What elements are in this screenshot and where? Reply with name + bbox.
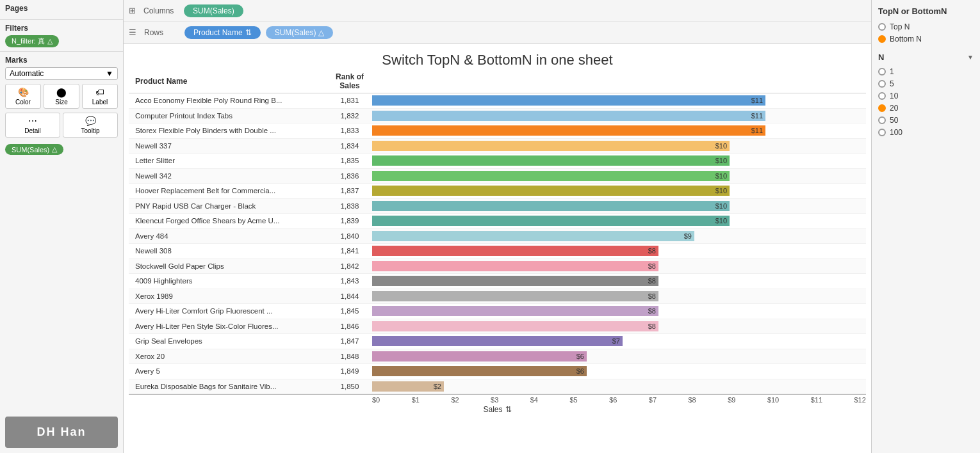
marks-buttons-row2: ⋯ Detail 💬 Tooltip	[5, 113, 118, 138]
column-headers: Product Name Rank of Sales	[129, 72, 866, 93]
x-tick: $8	[689, 396, 696, 404]
cell-rank: 1,839	[327, 217, 372, 225]
bar-value-label: $9	[684, 232, 692, 240]
rows-label: Rows	[144, 28, 179, 37]
filters-section: Filters N_filter: 真 △	[0, 20, 123, 52]
left-panel: Pages Filters N_filter: 真 △ Marks Automa…	[0, 0, 124, 453]
cell-rank: 1,849	[327, 367, 372, 375]
tooltip-button[interactable]: 💬 Tooltip	[63, 113, 118, 138]
cell-bar-area: $8	[372, 305, 866, 317]
cell-product: Avery Hi-Liter Pen Style Six-Color Fluor…	[129, 322, 327, 330]
n-option[interactable]: 20	[878, 104, 974, 113]
sum-delta: △	[52, 145, 57, 154]
bar-value-label: $10	[715, 142, 727, 150]
x-tick: $3	[491, 396, 498, 404]
cell-product: Newell 308	[129, 247, 327, 255]
radio-top-n[interactable]: Top N	[878, 22, 974, 31]
bar: $2	[372, 381, 444, 392]
n-option-label: 5	[890, 79, 894, 88]
bar-value-label: $2	[434, 383, 441, 390]
bar: $7	[372, 336, 623, 346]
rows-pill2[interactable]: SUM(Sales) △	[266, 26, 334, 39]
bar: $10	[372, 141, 730, 151]
cell-bar-area: $11	[372, 125, 866, 136]
filter-pill[interactable]: N_filter: 真 △	[5, 35, 59, 47]
n-option[interactable]: 1	[878, 67, 974, 76]
columns-row: ⊞ Columns SUM(Sales)	[124, 0, 871, 22]
radio-bottom-n-circle	[878, 35, 886, 43]
x-tick: $4	[530, 396, 538, 404]
cell-bar-area: $10	[372, 215, 866, 226]
n-option-circle	[878, 104, 886, 112]
table-row: Avery Hi-Liter Pen Style Six-Color Fluor…	[129, 319, 866, 335]
cell-product: Computer Printout Index Tabs	[129, 112, 327, 120]
bar: $8	[372, 276, 658, 286]
table-row: Stockwell Gold Paper Clips 1,842 $8	[129, 259, 866, 274]
cell-rank: 1,838	[327, 202, 372, 210]
label-label: Label	[92, 99, 108, 106]
filter-delta: △	[47, 37, 53, 45]
bar: $8	[372, 246, 658, 256]
bar-value-label: $7	[612, 337, 620, 345]
rows-pill1[interactable]: Product Name ⇅	[184, 26, 261, 39]
cell-product: Stockwell Gold Paper Clips	[129, 262, 327, 270]
n-option-label: 20	[890, 104, 898, 113]
detail-label: Detail	[24, 127, 41, 134]
cell-rank: 1,834	[327, 142, 372, 150]
x-tick: $9	[728, 396, 735, 404]
bar-value-label: $6	[576, 367, 584, 375]
radio-top-n-circle	[878, 23, 886, 31]
cell-product: Xerox 1989	[129, 292, 327, 300]
bar-value-label: $11	[751, 127, 763, 134]
n-option[interactable]: 50	[878, 116, 974, 125]
cell-bar-area: $8	[372, 260, 866, 272]
bar: $10	[372, 171, 730, 181]
bar-value-label: $8	[648, 277, 656, 285]
size-button[interactable]: ⬤ Size	[44, 84, 79, 109]
marks-dropdown[interactable]: Automatic ▼	[5, 67, 118, 80]
cell-product: PNY Rapid USB Car Charger - Black	[129, 202, 327, 210]
marks-buttons-row: 🎨 Color ⬤ Size 🏷 Label	[5, 84, 118, 109]
radio-bottom-n[interactable]: Bottom N	[878, 35, 974, 44]
topn-bottomn-radio-group: Top N Bottom N	[878, 22, 974, 44]
table-row: Avery Hi-Liter Comfort Grip Fluorescent …	[129, 304, 866, 319]
cell-product: Storex Flexible Poly Binders with Double…	[129, 127, 327, 134]
n-option[interactable]: 100	[878, 128, 974, 137]
bar: $6	[372, 351, 587, 362]
rows-pill1-icon: ⇅	[245, 28, 252, 37]
bar: $11	[372, 95, 765, 106]
n-option-label: 50	[890, 116, 898, 125]
bar-value-label: $10	[715, 157, 727, 164]
x-axis-sort-icon[interactable]: ⇅	[505, 405, 512, 414]
n-option[interactable]: 10	[878, 91, 974, 100]
toolbar: ⊞ Columns SUM(Sales) ☰ Rows Product Name…	[124, 0, 871, 44]
rows-pill2-icon: △	[318, 28, 324, 37]
bar: $10	[372, 216, 730, 226]
sum-pill[interactable]: SUM(Sales) △	[5, 144, 63, 155]
n-option[interactable]: 5	[878, 79, 974, 88]
detail-button[interactable]: ⋯ Detail	[5, 113, 60, 138]
table-row: 4009 Highlighters 1,843 $8	[129, 274, 866, 289]
n-option-label: 1	[890, 67, 894, 76]
color-button[interactable]: 🎨 Color	[5, 84, 41, 109]
bar-value-label: $8	[648, 247, 656, 255]
marks-section: Marks Automatic ▼ 🎨 Color ⬤ Size 🏷 Label…	[0, 52, 123, 159]
bar-value-label: $11	[751, 112, 763, 120]
cell-bar-area: $8	[372, 290, 866, 302]
x-ticks: $0$1$2$3$4$5$6$7$8$9$10$11$12	[372, 396, 866, 404]
label-button[interactable]: 🏷 Label	[82, 84, 118, 109]
tooltip-icon: 💬	[85, 116, 96, 126]
bar-value-label: $8	[648, 262, 656, 270]
n-dropdown-arrow: ▼	[967, 54, 974, 61]
n-option-circle	[878, 92, 886, 100]
cell-bar-area: $2	[372, 381, 866, 392]
size-icon: ⬤	[56, 87, 67, 97]
cell-bar-area: $10	[372, 140, 866, 152]
cell-bar-area: $10	[372, 200, 866, 212]
bar: $9	[372, 231, 694, 241]
cell-rank: 1,850	[327, 383, 372, 390]
cell-rank: 1,846	[327, 322, 372, 330]
columns-pill[interactable]: SUM(Sales)	[184, 4, 243, 17]
table-row: Avery 5 1,849 $6	[129, 364, 866, 379]
marks-dropdown-arrow: ▼	[106, 69, 113, 78]
